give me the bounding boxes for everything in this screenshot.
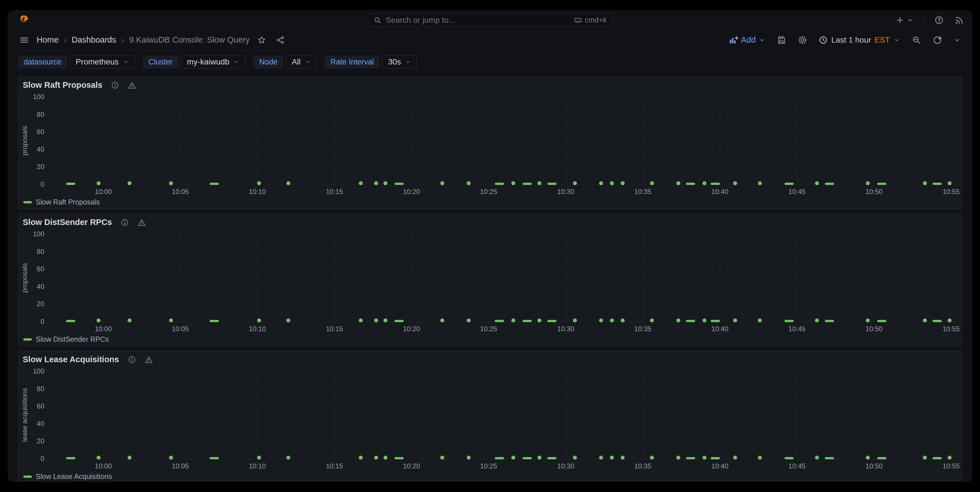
panel-title[interactable]: Slow Lease Acquisitions — [23, 355, 119, 364]
favorite-button[interactable] — [257, 35, 266, 45]
panel-title[interactable]: Slow DistSender RPCs — [23, 218, 112, 227]
data-point-dash — [547, 183, 557, 185]
data-point-dash — [877, 183, 886, 185]
data-point-dot — [374, 455, 378, 460]
y-tick-label: 20 — [37, 437, 44, 445]
time-series-panel: Slow Lease Acquisitions lease acquisitio… — [18, 350, 962, 482]
gridline-vertical — [180, 234, 181, 322]
panel-info-icon[interactable] — [127, 355, 136, 364]
x-tick-label: 10:20 — [403, 188, 420, 196]
plus-icon — [895, 16, 904, 25]
grafana-logo-icon[interactable] — [19, 14, 30, 26]
data-point-dot — [866, 181, 870, 185]
data-point-dash — [523, 183, 532, 185]
data-point-dash — [932, 320, 942, 322]
x-tick-label: 10:25 — [480, 462, 497, 470]
panel-alert-icon[interactable] — [128, 81, 136, 89]
variable-value-dropdown[interactable]: Prometheus — [70, 56, 135, 68]
dashboard-settings-button[interactable] — [798, 35, 807, 45]
mega-menu-button[interactable] — [19, 35, 29, 45]
data-point-dot — [758, 455, 762, 460]
x-tick-label: 10:50 — [865, 462, 883, 470]
panel-title[interactable]: Slow Raft Proposals — [23, 80, 102, 90]
refresh-button[interactable] — [932, 35, 942, 45]
time-series-plot[interactable] — [48, 234, 957, 322]
share-button[interactable] — [276, 35, 285, 45]
data-point-dot — [374, 181, 378, 185]
data-point-dot — [948, 455, 951, 460]
save-dashboard-button[interactable] — [776, 35, 786, 45]
data-point-dot — [359, 318, 363, 322]
panel-alert-icon[interactable] — [145, 355, 153, 364]
gridline-horizontal — [48, 441, 957, 441]
variable-cluster: Cluster my-kaiwudb — [143, 56, 246, 68]
data-point-dot — [538, 318, 541, 322]
x-tick-label: 10:35 — [634, 188, 651, 196]
variable-value-dropdown[interactable]: my-kaiwudb — [181, 56, 245, 68]
refresh-interval-dropdown[interactable] — [954, 37, 961, 44]
save-icon — [776, 35, 786, 45]
gridline-horizontal — [48, 132, 957, 132]
news-button[interactable] — [954, 15, 964, 25]
timezone-label: EST — [875, 35, 890, 45]
data-point-dot — [286, 181, 290, 185]
data-point-dot — [257, 181, 261, 185]
zoom-out-time-button[interactable] — [912, 35, 921, 45]
gridline-horizontal — [48, 115, 957, 115]
refresh-icon — [932, 35, 942, 45]
add-label: Add — [741, 35, 756, 45]
data-point-dot — [948, 318, 951, 322]
x-axis-tick-labels: 10:0010:0510:1010:1510:2010:2510:3010:35… — [48, 188, 957, 196]
legend-series-label: Slow Lease Acquisitions — [36, 472, 112, 481]
breadcrumb-dashboards[interactable]: Dashboards — [72, 35, 116, 45]
data-point-dot — [374, 318, 378, 322]
search-input[interactable] — [386, 16, 574, 25]
time-range-picker[interactable]: Last 1 hour EST — [819, 35, 900, 45]
x-tick-label: 10:30 — [557, 325, 574, 333]
clock-icon — [819, 35, 828, 45]
data-point-dot — [359, 181, 363, 185]
legend-item[interactable]: Slow DistSender RPCs — [23, 335, 109, 344]
search-shortcut: cmd+k — [574, 16, 607, 24]
data-point-dot — [511, 181, 515, 185]
new-dropdown-button[interactable] — [895, 16, 913, 25]
x-tick-label: 10:55 — [942, 325, 959, 333]
y-tick-label: 60 — [37, 128, 44, 136]
data-point-dot — [758, 318, 762, 322]
data-point-dash — [784, 320, 794, 322]
x-tick-label: 10:10 — [249, 188, 266, 196]
data-point-dash — [210, 457, 219, 459]
gridline-vertical — [720, 234, 720, 322]
data-point-dash — [547, 320, 557, 322]
data-point-dot — [948, 181, 951, 185]
variable-value-dropdown[interactable]: All — [286, 56, 317, 68]
data-point-dot — [440, 455, 444, 460]
legend-item[interactable]: Slow Raft Proposals — [23, 198, 100, 206]
data-point-dash — [932, 183, 942, 185]
variables-bar: datasource Prometheus Cluster my-kaiwudb… — [8, 50, 972, 74]
bar-chart-plus-icon — [729, 35, 738, 45]
search-bar[interactable]: cmd+k — [368, 14, 612, 27]
x-tick-label: 10:15 — [326, 188, 343, 196]
data-point-dot — [97, 181, 100, 185]
legend-item[interactable]: Slow Lease Acquisitions — [23, 472, 112, 481]
help-button[interactable] — [934, 15, 944, 25]
panel-info-icon[interactable] — [111, 81, 119, 89]
y-tick-label: 0 — [41, 180, 44, 188]
breadcrumb-home[interactable]: Home — [37, 35, 59, 45]
time-series-plot[interactable] — [48, 97, 957, 185]
data-point-dash — [711, 183, 720, 185]
gridline-horizontal — [48, 167, 957, 167]
legend-series-swatch — [23, 201, 32, 204]
time-series-plot[interactable] — [48, 371, 957, 459]
y-tick-label: 0 — [41, 455, 44, 463]
panel-alert-icon[interactable] — [137, 218, 146, 227]
data-point-dot — [511, 455, 515, 460]
add-panel-button[interactable]: Add — [729, 35, 765, 45]
panel-info-icon[interactable] — [121, 218, 129, 227]
panel-header: Slow Lease Acquisitions — [23, 355, 153, 364]
y-tick-label: 0 — [41, 318, 44, 326]
variable-value-dropdown[interactable]: 30s — [382, 56, 417, 68]
data-point-dot — [815, 455, 819, 460]
variable-value: Prometheus — [76, 57, 119, 67]
